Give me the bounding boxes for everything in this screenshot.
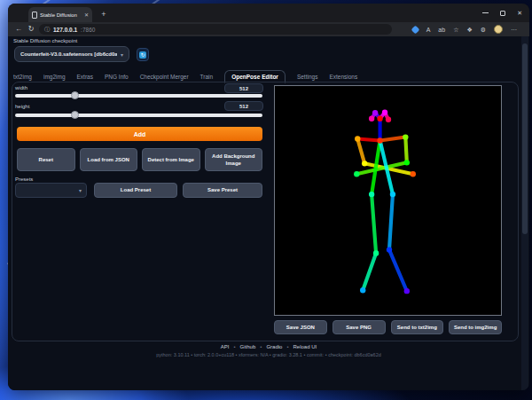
width-label: width	[15, 85, 27, 90]
scrollbar-thumb[interactable]	[522, 43, 528, 234]
editor-button-row: Reset Load from JSON Detect from Image A…	[17, 148, 262, 171]
pose-keypoint-l_wrist[interactable]	[354, 171, 359, 176]
separator-dot: •	[233, 344, 235, 349]
separator-dot: •	[286, 344, 288, 349]
window-minimize-button[interactable]	[482, 12, 489, 13]
pose-keypoint-l_elbow[interactable]	[404, 160, 410, 165]
height-slider-handle[interactable]	[71, 111, 79, 119]
pose-limb-l_hip-l_knee	[389, 194, 393, 250]
send-to-img2img-button[interactable]: Send to img2img	[449, 320, 502, 334]
gradio-link[interactable]: Gradio	[266, 344, 282, 349]
separator-dot: •	[260, 344, 262, 349]
profile-avatar[interactable]	[494, 25, 503, 34]
page-favicon-icon	[32, 12, 37, 19]
pose-limb-l_shoulder-l_elbow	[405, 137, 406, 163]
address-bar[interactable]: ⓘ 127.0.0.1 :7860	[39, 24, 392, 35]
width-slider[interactable]	[15, 94, 262, 98]
pose-keypoint-r_wrist[interactable]	[411, 171, 416, 176]
new-tab-button[interactable]: +	[98, 9, 109, 20]
api-link[interactable]: API	[221, 344, 230, 349]
browser-toolbar: ← ↻ ⓘ 127.0.0.1 :7860 A ab ☆ ❖ ⚙ ⋯	[8, 22, 529, 36]
site-info-icon[interactable]: ⓘ	[44, 26, 50, 34]
pose-limb-r_knee-r_ankle	[363, 254, 376, 291]
send-to-txt2img-button[interactable]: Send to txt2img	[391, 320, 444, 334]
tab-close-icon[interactable]: ✕	[84, 12, 89, 18]
openpose-editor-panel: width 512 height 512 Add Reset Load from…	[12, 82, 519, 341]
pose-keypoint-l_shoulder[interactable]	[403, 134, 408, 139]
checkpoint-label: Stable Diffusion checkpoint	[13, 38, 77, 43]
url-host: 127.0.0.1	[53, 27, 77, 33]
pose-keypoint-nose[interactable]	[377, 116, 382, 122]
add-background-image-button[interactable]: Add Background Image	[205, 148, 263, 171]
pose-keypoint-l_ear[interactable]	[386, 117, 391, 122]
width-slider-handle[interactable]	[71, 91, 79, 99]
checkpoint-dropdown[interactable]: Counterfeit-V3.0.safetensors [db6cd0a62d…	[14, 46, 129, 62]
height-slider[interactable]	[15, 114, 262, 117]
favorites-star-icon[interactable]: ☆	[453, 27, 458, 33]
refresh-checkpoint-button[interactable]: ↻	[137, 48, 149, 61]
pose-keypoint-r_shoulder[interactable]	[355, 136, 360, 141]
height-value[interactable]: 512	[224, 101, 263, 111]
read-aloud-icon[interactable]: A	[426, 27, 431, 33]
pose-keypoint-l_hip[interactable]	[390, 192, 395, 197]
extensions-icon[interactable]: ❖	[466, 27, 472, 33]
pose-limb-r_shoulder-r_elbow	[357, 139, 364, 164]
url-port: :7860	[81, 27, 95, 33]
github-link[interactable]: Github	[240, 344, 256, 349]
browser-titlebar: Stable Diffusion ✕ + ✕	[8, 4, 529, 22]
refresh-button[interactable]: ↻	[27, 26, 35, 33]
page-scrollbar[interactable]	[521, 36, 528, 390]
webui-page: Stable Diffusion checkpoint Counterfeit-…	[8, 36, 529, 390]
pose-keypoint-l_knee[interactable]	[387, 247, 392, 252]
pose-keypoint-r_knee[interactable]	[373, 250, 379, 255]
checkpoint-value: Counterfeit-V3.0.safetensors [db6cd0a62d…	[20, 51, 117, 57]
pose-canvas[interactable]	[274, 85, 502, 316]
browser-settings-icon[interactable]: ⚙	[481, 27, 486, 33]
window-close-button[interactable]: ✕	[517, 10, 522, 16]
pose-keypoint-r_elbow[interactable]	[362, 161, 367, 166]
pose-keypoint-l_ankle[interactable]	[404, 288, 410, 294]
presets-label: Presets	[15, 176, 33, 182]
refresh-checkpoint-icon: ↻	[139, 51, 146, 59]
presets-dropdown[interactable]: ▾	[15, 183, 87, 198]
pose-svg[interactable]	[275, 86, 501, 315]
more-menu-icon[interactable]: ⋯	[511, 27, 517, 33]
toolbar-icons: A ab ☆ ❖ ⚙ ⋯	[412, 22, 517, 36]
reload-ui-link[interactable]: Reload UI	[293, 344, 317, 349]
height-label: height	[15, 104, 29, 109]
detect-from-image-button[interactable]: Detect from Image	[142, 148, 200, 171]
pose-limb-neck-l_shoulder	[380, 137, 406, 141]
pose-keypoint-r_hip[interactable]	[369, 192, 374, 197]
pose-limb-l_knee-l_ankle	[389, 250, 407, 292]
save-png-button[interactable]: Save PNG	[332, 320, 386, 334]
footer-links: API•Github•Gradio•Reload UI	[8, 344, 529, 349]
load-from-json-button[interactable]: Load from JSON	[80, 148, 138, 171]
shopping-tag-icon[interactable]	[411, 25, 419, 34]
add-button[interactable]: Add	[17, 127, 262, 141]
reset-button[interactable]: Reset	[17, 148, 75, 171]
save-preset-button[interactable]: Save Preset	[183, 183, 262, 198]
chevron-down-icon: ▾	[79, 187, 82, 193]
pose-keypoint-r_ankle[interactable]	[360, 287, 365, 293]
pose-keypoint-neck[interactable]	[377, 137, 382, 143]
back-button[interactable]: ←	[14, 26, 23, 33]
browser-window: Stable Diffusion ✕ + ✕ ← ↻ ⓘ 127.0.0.1 :…	[8, 4, 529, 390]
desktop: Stable Diffusion ✕ + ✕ ← ↻ ⓘ 127.0.0.1 :…	[0, 0, 532, 400]
window-maximize-button[interactable]	[500, 11, 505, 16]
app-tabs: txt2img img2img Extras PNG Info Checkpoi…	[13, 69, 357, 82]
window-controls: ✕	[482, 4, 522, 22]
pose-keypoint-r_ear[interactable]	[369, 116, 374, 122]
footer-version-line: python: 3.10.11 • torch: 2.0.0+cu118 • x…	[8, 352, 529, 357]
chevron-down-icon: ▾	[121, 51, 123, 58]
load-preset-button[interactable]: Load Preset	[94, 183, 177, 198]
pose-keypoint-l_eye[interactable]	[382, 110, 387, 115]
canvas-button-row: Save JSON Save PNG Send to txt2img Send …	[274, 320, 502, 334]
browser-tab-stable-diffusion[interactable]: Stable Diffusion ✕	[28, 7, 92, 22]
pose-keypoint-r_eye[interactable]	[372, 110, 378, 115]
tab-title: Stable Diffusion	[40, 12, 82, 18]
save-json-button[interactable]: Save JSON	[274, 320, 327, 334]
pose-limb-neck-r_shoulder	[357, 139, 379, 141]
translate-icon[interactable]: ab	[438, 27, 445, 33]
pose-limb-r_hip-r_knee	[372, 194, 376, 253]
width-value[interactable]: 512	[224, 83, 263, 93]
